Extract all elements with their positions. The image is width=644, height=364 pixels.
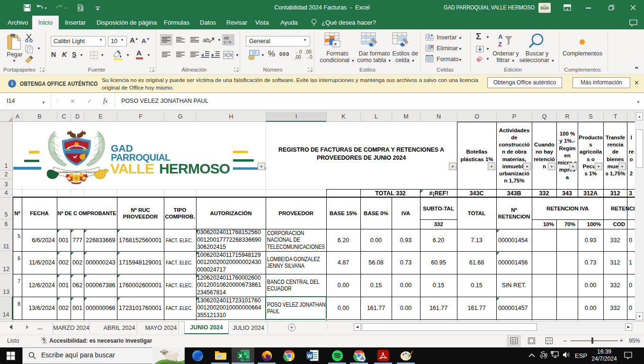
svg-text:Z: Z bbox=[498, 41, 502, 48]
svg-text:VALLE HERMOSO TURÍSTICO Y PROD: VALLE HERMOSO TURÍSTICO Y PRODUCTIVO bbox=[55, 171, 98, 173]
svg-text:X: X bbox=[239, 353, 242, 359]
svg-text:A: A bbox=[498, 33, 503, 40]
svg-text:W: W bbox=[307, 353, 313, 359]
svg-text:ab: ab bbox=[203, 36, 209, 44]
svg-text:≠: ≠ bbox=[334, 41, 337, 47]
svg-text:HERMOSO: HERMOSO bbox=[159, 161, 230, 176]
svg-text:c: c bbox=[224, 39, 226, 45]
svg-text:VALLE: VALLE bbox=[110, 161, 154, 176]
